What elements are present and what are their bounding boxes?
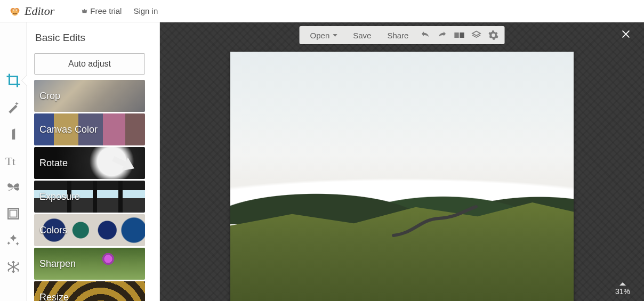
edit-label: Colors <box>39 225 67 236</box>
image-canvas[interactable] <box>230 52 574 301</box>
rail-textures[interactable] <box>5 232 21 248</box>
rail-touchup[interactable] <box>5 126 21 142</box>
edit-item-sharpen[interactable]: Sharpen <box>34 248 145 280</box>
canvas-toolbar: Open Save Share <box>300 26 505 44</box>
butterfly-icon <box>6 180 20 194</box>
zoom-indicator[interactable]: 31% <box>615 282 630 296</box>
open-label: Open <box>310 31 330 40</box>
logo[interactable]: Editor <box>9 4 54 18</box>
edit-label: Canvas Color <box>39 124 98 135</box>
rail-text[interactable]: Tt <box>5 152 21 168</box>
canvas-area: Open Save Share <box>160 22 644 301</box>
open-button[interactable]: Open <box>303 28 345 43</box>
crown-icon <box>81 7 88 14</box>
layers-button[interactable] <box>468 28 484 43</box>
snowflake-icon <box>6 260 20 274</box>
share-button[interactable]: Share <box>380 28 416 43</box>
rail-frames[interactable] <box>5 206 21 222</box>
edit-label: Resize <box>39 292 69 302</box>
settings-button[interactable] <box>485 28 501 43</box>
chevron-up-icon <box>619 282 626 286</box>
edit-item-resize[interactable]: Resize <box>34 281 145 301</box>
svg-rect-11 <box>454 32 458 38</box>
brand-name: Editor <box>25 4 54 18</box>
edit-label: Rotate <box>39 158 68 169</box>
chevron-down-icon <box>333 34 337 37</box>
edit-item-canvas-color[interactable]: Canvas Color <box>34 113 145 145</box>
rail-basic-edits[interactable] <box>5 72 21 88</box>
edit-item-colors[interactable]: Colors <box>34 214 145 246</box>
free-trial-link[interactable]: Free trial <box>81 6 122 15</box>
panel-title: Basic Edits <box>34 30 154 53</box>
redo-icon <box>437 30 447 40</box>
compare-icon <box>454 30 464 40</box>
share-label: Share <box>387 31 408 40</box>
svg-point-6 <box>16 10 17 10</box>
compare-button[interactable] <box>451 28 467 43</box>
svg-rect-12 <box>460 32 464 38</box>
edit-label: Sharpen <box>39 258 76 270</box>
header: Editor Free trial Sign in <box>0 0 644 22</box>
gear-icon <box>488 30 498 40</box>
close-icon <box>621 29 631 39</box>
svg-rect-10 <box>10 210 17 217</box>
rail-themes[interactable] <box>5 259 21 275</box>
text-icon: Tt <box>5 152 21 168</box>
edit-item-crop[interactable]: Crop <box>34 80 145 112</box>
sign-in-label: Sign in <box>133 6 158 15</box>
rail-overlays[interactable] <box>5 179 21 195</box>
magic-wand-icon <box>6 100 20 114</box>
layers-icon <box>471 30 481 40</box>
undo-button[interactable] <box>417 28 433 43</box>
crop-icon <box>5 72 21 88</box>
frame-icon <box>6 207 20 221</box>
svg-point-5 <box>13 10 13 10</box>
edit-item-exposure[interactable]: Exposure <box>34 181 145 213</box>
close-button[interactable] <box>621 29 631 42</box>
auto-adjust-button[interactable]: Auto adjust <box>34 53 145 75</box>
sign-in-link[interactable]: Sign in <box>133 6 158 15</box>
rail-effects[interactable] <box>5 99 21 115</box>
basic-edits-panel: Basic Edits Auto adjust Crop Canvas Colo… <box>27 22 159 301</box>
edit-item-rotate[interactable]: Rotate <box>34 147 145 179</box>
tool-rail: Tt <box>0 22 27 301</box>
edit-label: Exposure <box>39 191 80 202</box>
monkey-logo-icon <box>9 5 21 18</box>
free-trial-label: Free trial <box>90 6 122 15</box>
svg-text:Tt: Tt <box>5 155 15 168</box>
undo-icon <box>420 30 430 40</box>
lipstick-icon <box>6 127 20 141</box>
edit-label: Crop <box>39 91 60 102</box>
redo-button[interactable] <box>434 28 450 43</box>
zoom-value: 31% <box>615 287 630 296</box>
save-label: Save <box>353 31 371 40</box>
save-button[interactable]: Save <box>345 28 379 43</box>
svg-rect-7 <box>12 134 14 140</box>
texture-icon <box>6 233 20 247</box>
